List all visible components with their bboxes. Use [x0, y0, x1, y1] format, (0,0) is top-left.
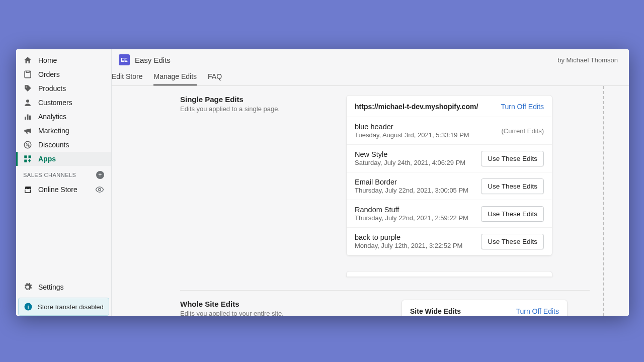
sidebar-item-online-store[interactable]: Online Store — [16, 182, 111, 197]
card-title: Site Wide Edits — [410, 307, 461, 315]
app-window: Home Orders Products Customers Analytics… — [16, 49, 629, 316]
turn-off-edits-link[interactable]: Turn Off Edits — [501, 103, 544, 111]
sidebar-item-label: Apps — [38, 155, 56, 163]
svg-rect-11 — [24, 160, 27, 162]
svg-rect-9 — [24, 155, 27, 158]
sidebar: Home Orders Products Customers Analytics… — [16, 49, 112, 316]
store-icon — [23, 185, 32, 194]
sidebar-item-label: Settings — [38, 283, 64, 291]
app-byline: by Michael Thomson — [557, 56, 618, 64]
card-stub — [346, 271, 552, 277]
sidebar-item-label: Marketing — [38, 127, 69, 135]
use-edits-button[interactable]: Use These Edits — [481, 178, 544, 194]
view-store-icon[interactable] — [95, 185, 104, 194]
edit-date: Thursday, July 22nd, 2021, 2:59:22 PM — [355, 214, 481, 222]
app-title: Easy Edits — [135, 56, 171, 64]
whole-site-section: Whole Site Edits Edits you applied to yo… — [180, 300, 590, 316]
svg-point-7 — [26, 143, 27, 144]
svg-rect-10 — [29, 155, 31, 158]
edit-date: Tuesday, August 3rd, 2021, 5:33:19 PM — [355, 131, 501, 139]
svg-rect-0 — [25, 71, 31, 78]
edit-row: Random Stuff Thursday, July 22nd, 2021, … — [347, 200, 552, 228]
edit-row: blue header Tuesday, August 3rd, 2021, 5… — [347, 117, 552, 145]
sidebar-item-label: Orders — [38, 70, 60, 78]
sidebar-item-label: Analytics — [38, 113, 66, 121]
add-channel-icon[interactable]: + — [96, 171, 104, 179]
sidebar-item-discounts[interactable]: Discounts — [16, 138, 111, 152]
info-icon: i — [24, 302, 33, 311]
sidebar-item-marketing[interactable]: Marketing — [16, 124, 111, 138]
store-transfer-notice: i Store transfer disabled — [18, 298, 109, 316]
sidebar-item-analytics[interactable]: Analytics — [16, 110, 111, 124]
tab-manage-edits[interactable]: Manage Edits — [153, 68, 197, 85]
svg-rect-5 — [29, 116, 31, 120]
sidebar-item-products[interactable]: Products — [16, 81, 111, 96]
section-desc: Edits you applied to your entire site. — [180, 310, 331, 316]
sidebar-item-settings[interactable]: Settings — [16, 280, 111, 298]
gear-icon — [23, 283, 32, 292]
edit-row: back to purple Monday, July 12th, 2021, … — [347, 228, 552, 255]
use-edits-button[interactable]: Use These Edits — [481, 151, 544, 166]
section-label: SALES CHANNELS — [23, 172, 76, 178]
edit-date: Thursday, July 22nd, 2021, 3:00:05 PM — [355, 187, 481, 194]
notice-text: Store transfer disabled — [38, 303, 104, 311]
svg-rect-4 — [27, 115, 29, 120]
sidebar-item-home[interactable]: Home — [16, 53, 111, 67]
svg-point-1 — [26, 86, 27, 87]
home-icon — [23, 56, 32, 65]
tag-icon — [23, 84, 32, 93]
card-url: https://michael-t-dev.myshopify.com/ — [355, 103, 478, 111]
section-title: Whole Site Edits — [180, 300, 331, 308]
edits-list: blue header Tuesday, August 3rd, 2021, 5… — [347, 117, 552, 255]
tab-edit-store[interactable]: Edit Store — [112, 68, 142, 85]
tabs: Edit Store Manage Edits FAQ — [112, 68, 629, 86]
turn-off-edits-link[interactable]: Turn Off Edits — [516, 307, 559, 315]
edit-date: Monday, July 12th, 2021, 3:22:52 PM — [355, 242, 481, 249]
edit-name: Random Stuff — [355, 206, 481, 214]
discount-icon — [23, 140, 32, 149]
edit-name: back to purple — [355, 233, 481, 241]
sidebar-item-apps[interactable]: Apps — [16, 152, 111, 166]
content-area: Single Page Edits Edits you applied to a… — [112, 86, 604, 316]
tab-faq[interactable]: FAQ — [208, 68, 222, 85]
apps-icon — [23, 154, 32, 163]
app-logo: EE — [119, 54, 130, 65]
single-page-card: https://michael-t-dev.myshopify.com/ Tur… — [346, 95, 552, 256]
section-divider — [180, 290, 590, 291]
current-edits-label: (Current Edits) — [501, 127, 544, 135]
svg-point-2 — [26, 100, 29, 103]
sidebar-item-label: Customers — [38, 99, 72, 107]
sidebar-item-label: Home — [38, 56, 57, 64]
edit-date: Saturday, July 24th, 2021, 4:06:29 PM — [355, 159, 481, 166]
svg-point-8 — [29, 146, 30, 147]
svg-text:i: i — [28, 304, 29, 310]
use-edits-button[interactable]: Use These Edits — [481, 206, 544, 222]
edit-name: New Style — [355, 150, 481, 158]
edit-row: New Style Saturday, July 24th, 2021, 4:0… — [347, 145, 552, 172]
use-edits-button[interactable]: Use These Edits — [481, 234, 544, 249]
section-desc: Edits you applied to a single page. — [180, 105, 331, 113]
sidebar-section-sales: SALES CHANNELS + — [16, 166, 111, 182]
marketing-icon — [23, 126, 32, 135]
sidebar-item-orders[interactable]: Orders — [16, 67, 111, 81]
sidebar-item-label: Online Store — [38, 186, 77, 194]
sidebar-item-label: Discounts — [38, 141, 69, 149]
person-icon — [23, 98, 32, 107]
single-page-section: Single Page Edits Edits you applied to a… — [180, 95, 590, 277]
svg-rect-3 — [25, 117, 26, 120]
analytics-icon — [23, 112, 32, 121]
orders-icon — [23, 70, 32, 79]
section-title: Single Page Edits — [180, 95, 331, 104]
edit-row: Email Border Thursday, July 22nd, 2021, … — [347, 172, 552, 200]
sidebar-nav: Home Orders Products Customers Analytics… — [16, 49, 111, 197]
sidebar-item-customers[interactable]: Customers — [16, 96, 111, 110]
svg-point-12 — [99, 189, 101, 191]
main-panel: EE Easy Edits by Michael Thomson Edit St… — [112, 49, 629, 316]
sidebar-item-label: Products — [38, 84, 66, 93]
edit-name: Email Border — [355, 178, 481, 186]
whole-site-card: Site Wide Edits Turn Off Edits — [401, 300, 568, 316]
app-header: EE Easy Edits by Michael Thomson — [112, 49, 629, 68]
edit-name: blue header — [355, 123, 501, 131]
